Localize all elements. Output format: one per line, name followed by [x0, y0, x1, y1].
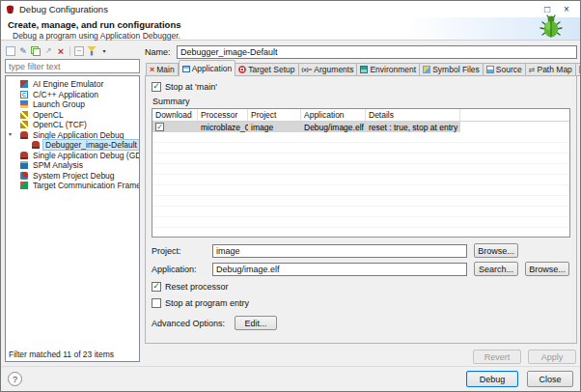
arguments-tab-icon	[302, 67, 313, 72]
tab-application[interactable]: Application	[179, 60, 236, 76]
download-checkbox[interactable]: ✓	[155, 123, 164, 131]
project-application-form: Project: Browse... Application: Search..…	[152, 243, 570, 330]
toolbar-separator	[69, 46, 70, 56]
apply-button[interactable]: Apply	[528, 350, 576, 364]
export-configuration-icon[interactable]	[43, 46, 53, 56]
application-label: Application:	[152, 265, 206, 274]
summary-label: Summary	[152, 97, 570, 106]
tree-item-ai-engine-emulator[interactable]: AI Engine Emulator	[6, 79, 139, 90]
column-header-application: Application	[301, 109, 366, 121]
help-button[interactable]: ?	[8, 372, 22, 386]
duplicate-configuration-icon[interactable]	[31, 46, 41, 56]
empty-table-row	[152, 185, 569, 196]
tree-item-spm-analysis[interactable]: SPM Analysis	[6, 160, 139, 171]
ai-engine-emulator-icon	[20, 80, 28, 88]
page-title: Create, manage, and run configurations	[8, 19, 580, 30]
tab-source[interactable]: Source	[484, 63, 526, 76]
cell-project: image	[248, 122, 301, 132]
target-setup-tab-icon	[238, 66, 246, 73]
application-browse-button[interactable]: Browse...	[525, 262, 569, 276]
new-prototype-icon[interactable]	[18, 46, 28, 56]
column-header-project: Project	[248, 109, 301, 121]
debug-configuration-icon	[32, 141, 40, 149]
advanced-options-edit-button[interactable]: Edit...	[235, 316, 277, 330]
tree-item-launch-group[interactable]: Launch Group	[6, 99, 139, 110]
tab-symbol-files[interactable]: Symbol Files	[420, 63, 484, 76]
reset-processor-row: ✓ Reset processor	[152, 280, 569, 293]
symbol-files-tab-icon	[423, 66, 430, 73]
tab-arguments[interactable]: Arguments	[299, 63, 358, 76]
reset-processor-label: Reset processor	[165, 282, 229, 292]
empty-table-row	[152, 164, 569, 175]
tree-item-target-communication-framework[interactable]: Target Communication Framework	[6, 181, 139, 191]
application-search-button[interactable]: Search...	[474, 262, 518, 276]
advanced-options-label: Advanced Options:	[152, 319, 225, 328]
tree-item-single-application-debug-gdb[interactable]: Single Application Debug (GDB)	[6, 151, 139, 161]
advanced-options-row: Advanced Options: Edit...	[152, 316, 569, 330]
window-title: Debug Configurations	[19, 4, 538, 14]
tree-item-opencl-tcf[interactable]: OpenCL (TCF)	[6, 120, 139, 130]
source-tab-icon	[486, 66, 494, 73]
empty-table-row	[152, 196, 569, 207]
page-subtitle: Debug a program using Application Debugg…	[13, 31, 580, 41]
debug-button[interactable]: Debug	[466, 371, 518, 387]
target-communication-framework-icon	[20, 182, 28, 189]
application-tab-content: ✓ Stop at 'main' Summary Download Proces…	[145, 75, 577, 344]
empty-table-row	[152, 154, 569, 164]
project-label: Project:	[152, 246, 206, 256]
stop-at-program-entry-label: Stop at program entry	[165, 298, 249, 308]
filter-input[interactable]	[5, 59, 140, 73]
application-tab-icon	[182, 66, 190, 72]
revert-apply-row: Revert Apply	[145, 344, 577, 366]
expand-arrow-icon[interactable]: ▾	[9, 130, 12, 137]
column-header-download: Download	[152, 109, 198, 121]
single-application-debug-gdb-icon	[20, 152, 28, 159]
empty-table-row	[152, 132, 569, 143]
cell-application: Debug/image.elf	[301, 122, 366, 132]
opencl-tcf-icon	[20, 121, 28, 128]
name-label: Name:	[145, 47, 177, 57]
stop-at-main-label: Stop at 'main'	[165, 82, 217, 92]
empty-table-row	[152, 175, 569, 185]
reset-processor-checkbox[interactable]: ✓	[152, 282, 161, 292]
tab-path-map[interactable]: Path Map	[526, 63, 576, 76]
tab-environment[interactable]: Environment	[357, 63, 420, 76]
tab-main[interactable]: Main	[146, 63, 179, 76]
tab-target-setup[interactable]: Target Setup	[235, 63, 298, 76]
filter-configurations-icon[interactable]	[87, 46, 97, 56]
revert-button[interactable]: Revert	[473, 350, 521, 364]
new-configuration-icon[interactable]	[6, 46, 15, 56]
filter-menu-dropdown-icon[interactable]	[99, 46, 109, 56]
stop-at-main-checkbox[interactable]: ✓	[152, 82, 161, 92]
tree-item-debugger-image-default[interactable]: Debugger_image-Default	[6, 140, 139, 151]
debug-configurations-dialog: Debug Configurations □ × Create, manage,…	[0, 0, 581, 392]
delete-configuration-icon[interactable]	[56, 46, 66, 56]
tree-item-system-project-debug[interactable]: System Project Debug	[6, 171, 139, 182]
project-browse-button[interactable]: Browse...	[474, 243, 518, 258]
header-banner: Create, manage, and run configurations D…	[1, 17, 580, 41]
stop-at-program-entry-checkbox[interactable]: ✓	[152, 298, 161, 308]
cell-details: reset : true, stop at entry : false, rel…	[366, 122, 460, 132]
tree-item-cpp-application[interactable]: C/C++ Application	[6, 90, 139, 100]
application-input[interactable]	[212, 263, 467, 276]
close-button[interactable]: Close	[527, 371, 573, 387]
environment-tab-icon	[360, 66, 368, 73]
launch-group-icon	[20, 100, 28, 108]
summary-table: Download Processor Project Application D…	[152, 108, 570, 238]
empty-table-row	[152, 217, 569, 228]
configurations-tree: AI Engine Emulator C/C++ Application Lau…	[5, 75, 140, 362]
table-row[interactable]: ✓ microblaze_0 image Debug/image.elf res…	[152, 122, 569, 132]
tab-common[interactable]: Common	[576, 63, 581, 76]
opencl-icon	[20, 111, 28, 119]
title-bar: Debug Configurations □ ×	[1, 1, 580, 17]
name-input[interactable]	[177, 45, 577, 59]
project-input[interactable]	[212, 244, 467, 258]
collapse-all-icon[interactable]	[74, 46, 84, 56]
filter-match-status: Filter matched 11 of 23 items	[9, 350, 114, 359]
dialog-footer: ? Debug Close	[1, 366, 580, 391]
configuration-tabs: Main Application Target Setup Arguments …	[145, 60, 577, 76]
main-tab-icon	[150, 65, 154, 74]
summary-table-header: Download Processor Project Application D…	[152, 109, 569, 122]
empty-table-row	[152, 143, 569, 154]
tree-item-opencl[interactable]: OpenCL	[6, 110, 139, 121]
